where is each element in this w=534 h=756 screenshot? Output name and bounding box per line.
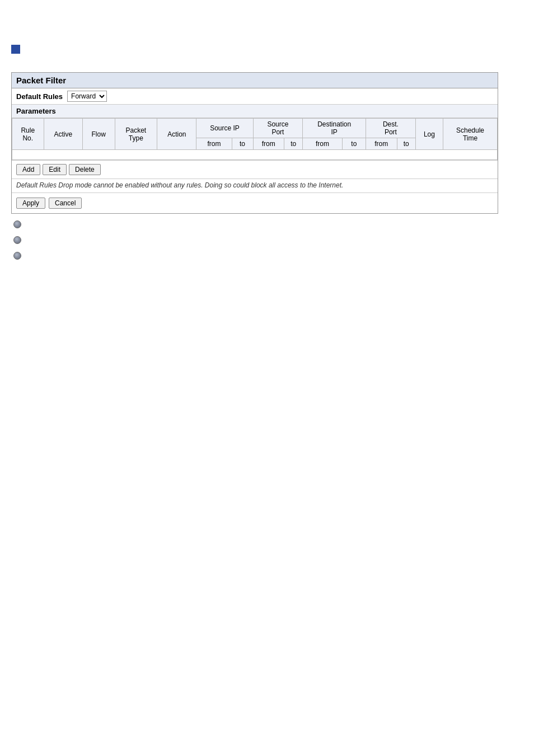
bullet-list xyxy=(11,220,523,260)
th-dest-port: Dest.Port xyxy=(366,119,416,138)
th-source-ip-from: from xyxy=(196,138,232,150)
th-active: Active xyxy=(44,119,82,150)
cancel-button[interactable]: Cancel xyxy=(49,198,82,209)
th-source-port-from: from xyxy=(253,138,284,150)
th-action: Action xyxy=(157,119,196,150)
edit-button[interactable]: Edit xyxy=(43,164,67,175)
th-source-port: SourcePort xyxy=(253,119,303,138)
main-container: Packet Filter Default Rules Forward Drop… xyxy=(11,72,498,214)
th-dest-ip-to: to xyxy=(342,138,366,150)
bullet-item-2 xyxy=(13,236,523,244)
th-flow: Flow xyxy=(82,119,115,150)
th-source-ip-to: to xyxy=(232,138,253,150)
bullet-item-1 xyxy=(13,220,523,228)
rules-table: RuleNo. Active Flow PacketType Action So… xyxy=(12,118,498,160)
default-rules-row: Default Rules Forward Drop xyxy=(12,88,498,105)
th-dest-port-to: to xyxy=(397,138,415,150)
bullet-item-3 xyxy=(13,252,523,260)
empty-row xyxy=(12,150,498,160)
th-source-ip: Source IP xyxy=(196,119,253,138)
apply-bar: Apply Cancel xyxy=(12,192,498,213)
th-schedule-time: ScheduleTime xyxy=(443,119,498,150)
section-title: Packet Filter xyxy=(12,73,498,88)
th-destination-ip: DestinationIP xyxy=(303,119,366,138)
default-rules-select[interactable]: Forward Drop xyxy=(67,91,107,102)
action-bar: Add Edit Delete xyxy=(12,160,498,179)
bullet-circle-1 xyxy=(13,220,21,228)
packet-filter-title: Packet Filter xyxy=(16,76,66,85)
delete-button[interactable]: Delete xyxy=(69,164,101,175)
table-header-row1: RuleNo. Active Flow PacketType Action So… xyxy=(12,119,498,138)
warning-text: Default Rules Drop mode cannot be enable… xyxy=(12,179,498,192)
default-rules-label: Default Rules xyxy=(16,92,63,101)
parameters-bar: Parameters xyxy=(12,105,498,118)
th-dest-port-from: from xyxy=(366,138,397,150)
apply-button[interactable]: Apply xyxy=(16,198,45,209)
bullet-circle-3 xyxy=(13,252,21,260)
table-area: RuleNo. Active Flow PacketType Action So… xyxy=(12,118,498,160)
th-packet-type: PacketType xyxy=(115,119,157,150)
th-dest-ip-from: from xyxy=(303,138,342,150)
th-log: Log xyxy=(415,119,443,150)
th-source-port-to: to xyxy=(284,138,303,150)
add-button[interactable]: Add xyxy=(16,164,40,175)
bullet-circle-2 xyxy=(13,236,21,244)
th-rule-no: RuleNo. xyxy=(12,119,44,150)
page-icon xyxy=(11,45,20,54)
